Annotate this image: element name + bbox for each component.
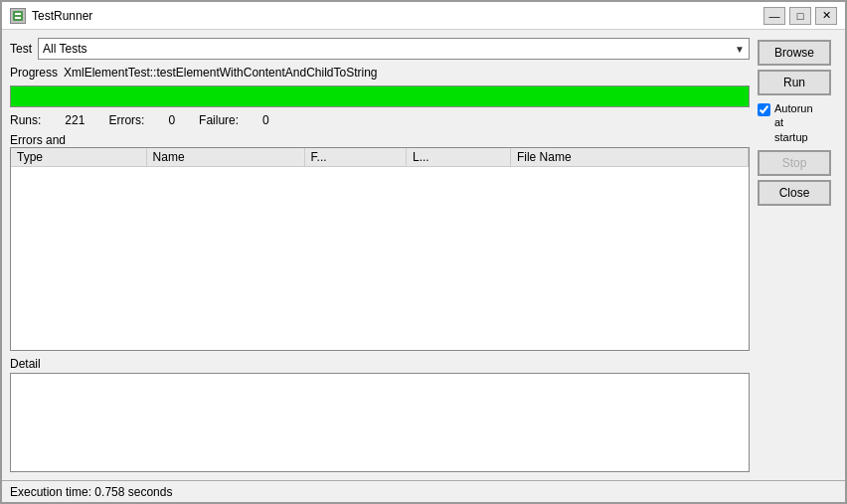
dropdown-arrow-icon: ▼ bbox=[735, 44, 745, 55]
progress-test-name: XmlElementTest::testElementWithContentAn… bbox=[64, 66, 377, 80]
status-bar: Execution time: 0.758 seconds bbox=[2, 480, 845, 502]
title-bar: TestRunner — □ ✕ bbox=[2, 2, 845, 30]
title-controls: — □ ✕ bbox=[763, 7, 837, 25]
close-window-button[interactable]: ✕ bbox=[815, 7, 837, 25]
errors-section-label: Errors and bbox=[10, 133, 750, 147]
col-filename: File Name bbox=[510, 148, 748, 167]
run-button[interactable]: Run bbox=[758, 70, 831, 95]
runs-value: 221 bbox=[65, 113, 85, 127]
detail-label: Detail bbox=[10, 357, 750, 371]
status-text: Execution time: 0.758 seconds bbox=[10, 485, 172, 499]
test-dropdown[interactable]: All Tests ▼ bbox=[38, 38, 750, 60]
errors-value: 0 bbox=[168, 113, 175, 127]
errors-label: Errors: bbox=[108, 113, 144, 127]
progress-row: Progress XmlElementTest::testElementWith… bbox=[10, 66, 750, 80]
stats-row: Runs: 221 Errors: 0 Failure: 0 bbox=[10, 113, 750, 127]
autorun-checkbox[interactable] bbox=[758, 103, 770, 116]
col-type: Type bbox=[11, 148, 146, 167]
svg-rect-2 bbox=[15, 17, 21, 19]
title-bar-left: TestRunner bbox=[10, 8, 92, 24]
svg-rect-1 bbox=[15, 13, 21, 15]
autorun-label: Autorunatstartup bbox=[774, 101, 813, 144]
col-f: F... bbox=[304, 148, 406, 167]
col-name: Name bbox=[146, 148, 304, 167]
detail-textarea[interactable] bbox=[10, 373, 750, 472]
test-label: Test bbox=[10, 42, 32, 56]
progress-label: Progress bbox=[10, 66, 58, 80]
errors-table-header-row: Type Name F... L... File Name bbox=[11, 148, 749, 167]
progress-bar-container bbox=[10, 85, 750, 107]
errors-table-container: Type Name F... L... File Name bbox=[10, 147, 750, 351]
browse-button[interactable]: Browse bbox=[758, 40, 831, 66]
progress-bar-fill bbox=[11, 86, 749, 106]
app-icon bbox=[10, 8, 26, 24]
close-button[interactable]: Close bbox=[758, 180, 831, 206]
stop-button[interactable]: Stop bbox=[758, 150, 831, 176]
main-window: TestRunner — □ ✕ Test All Tests ▼ Progre… bbox=[0, 0, 847, 504]
errors-table: Type Name F... L... File Name bbox=[11, 148, 749, 167]
autorun-section: Autorunatstartup bbox=[758, 99, 837, 146]
errors-section: Errors and Type Name F... L... File Name bbox=[10, 133, 750, 351]
content-area: Test All Tests ▼ Progress XmlElementTest… bbox=[2, 30, 845, 480]
minimize-button[interactable]: — bbox=[763, 7, 785, 25]
maximize-button[interactable]: □ bbox=[789, 7, 811, 25]
test-dropdown-value: All Tests bbox=[43, 42, 86, 56]
window-title: TestRunner bbox=[32, 9, 92, 23]
main-panel: Test All Tests ▼ Progress XmlElementTest… bbox=[10, 38, 750, 472]
failure-value: 0 bbox=[262, 113, 269, 127]
detail-section: Detail bbox=[10, 357, 750, 472]
failure-label: Failure: bbox=[199, 113, 239, 127]
col-l: L... bbox=[407, 148, 511, 167]
test-row: Test All Tests ▼ bbox=[10, 38, 750, 60]
runs-label: Runs: bbox=[10, 113, 41, 127]
side-panel: Browse Run Autorunatstartup Stop Close bbox=[758, 38, 837, 472]
svg-rect-0 bbox=[13, 11, 23, 21]
